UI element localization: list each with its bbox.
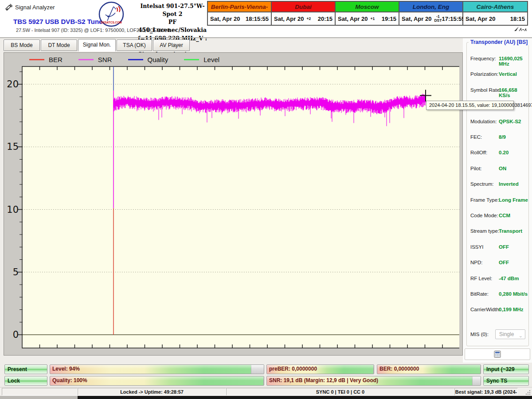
ber-gauge: BER: 0,0000000 (377, 364, 481, 374)
clock-time: 18:15:55 (246, 16, 269, 22)
transponder-row-label: Modulation: (470, 119, 497, 124)
transponder-row-label: FEC: (470, 134, 482, 140)
transponder-row-value: 0,199 MHz (499, 307, 524, 312)
transponder-row-label: Symbol Rate: (470, 87, 501, 93)
transponder-row-label: CarrierWidth: (470, 307, 501, 312)
transponder-groupbox: MIS (0): Single ⌄ Frequency:11690,025 MH… (466, 42, 529, 346)
tab-dt-mode[interactable]: DT Mode (41, 39, 77, 51)
mis-label: MIS (0): (470, 332, 489, 337)
transponder-row-label: NPD: (470, 260, 482, 265)
clock-time: 19:15 (382, 16, 396, 22)
stream-analyzer-button[interactable] (465, 348, 530, 360)
clock-date: Sat, Apr 20 (466, 16, 495, 22)
calculator-icon (493, 350, 501, 358)
logo-text: DXSATCS.COM (101, 21, 122, 24)
clock-name: London, Eng (399, 2, 462, 12)
statusbar-uptime: Locked -> Uptime: 49:28:57 (78, 388, 226, 395)
app-icon (4, 3, 13, 12)
transponder-row-label: Pilot: (470, 166, 482, 171)
signal-chart[interactable]: 05101520 (6, 62, 459, 352)
info-line-1: Intelsat 901-27.5°W-Spot 2 (137, 2, 207, 18)
transponder-row-value: 166,658 KS/s (499, 87, 528, 98)
clock-time: 18:15 (510, 16, 525, 22)
transponder-row-value: 0.20 (499, 150, 509, 155)
tab-signal-mon[interactable]: Signal Mon. (78, 39, 116, 51)
transponder-row-value: CCM (499, 213, 510, 218)
clock-utc-offset: +2 (306, 17, 311, 21)
transponder-row-value: -47 dBm (499, 276, 519, 281)
info-line-2: PF 450_Lucenec/Slovakia (137, 18, 207, 34)
mis-value: Single (499, 331, 514, 337)
clock-name: Moscow (336, 2, 399, 12)
mis-dropdown[interactable]: Single ⌄ (495, 329, 525, 339)
transponder-row-label: BitRate: (470, 291, 489, 297)
ber-line-swatch (29, 59, 44, 60)
gauge-remainder (472, 376, 481, 385)
clock-date: Sat, Apr 20 (338, 16, 368, 22)
chevron-down-icon: ⌄ (519, 331, 523, 340)
transponder-row-label: Polarization: (470, 71, 498, 77)
window-title: Signal Analyzer (15, 4, 55, 11)
level-line-swatch (184, 59, 199, 60)
clock-date: Sat, Apr 20 (274, 16, 304, 22)
transponder-row-label: Code Mode: (470, 213, 498, 218)
bottom-edge-left (0, 396, 78, 399)
quality-gauge-label: Quality: 100% (52, 377, 87, 383)
transponder-row-value: OFF (499, 260, 509, 265)
transponder-row-label: Stream type: (470, 228, 499, 234)
svg-text:0: 0 (13, 329, 19, 340)
input-indicator: Input (~329 Kbps) (483, 364, 529, 374)
header-divider (0, 37, 532, 38)
transponder-row-value: Long Frame (499, 197, 528, 203)
clock-dubai: Dubai Sat, Apr 20 +2 20:15 (272, 2, 336, 25)
statusbar-best-signal: Best signal: 19,3 dB (2024-04-18 18:58) (454, 388, 518, 395)
dxsatcs-logo: DXSATCS.COM (98, 1, 124, 27)
gauge-remainder (373, 365, 374, 374)
svg-text:15: 15 (7, 141, 19, 152)
sync-ts-indicator: Sync TS (483, 376, 529, 386)
world-clocks: Berlin-Paris-Vienna-Roma Sat, Apr 20 18:… (207, 1, 528, 26)
clock-time: 20:15 (318, 16, 332, 22)
quality-line-swatch (128, 59, 143, 60)
tab-tsa[interactable]: TSA (OK) (117, 39, 152, 51)
clock-name: Berlin-Paris-Vienna-Roma (208, 2, 271, 12)
transponder-row-value: 8/9 (499, 134, 506, 140)
clock-name: Dubai (272, 2, 335, 12)
statusbar-counters: SYNC 0 | TEI 0 | CC 0 (226, 388, 454, 395)
transponder-row-value: Transport (499, 228, 522, 234)
gauge-remainder (480, 365, 481, 374)
clock-berlin: Berlin-Paris-Vienna-Roma Sat, Apr 20 18:… (208, 2, 272, 25)
transponder-row-value: Inverted (499, 181, 519, 187)
tuner-name: TBS 5927 USB DVB-S2 Tuner (13, 18, 105, 25)
signature-icon (513, 26, 527, 33)
transponder-row-label: ISSYI (470, 244, 483, 250)
quality-gauge: Quality: 100% (50, 376, 264, 386)
clock-cairo: Cairo-Athens Sat, Apr 20 18:15 (463, 2, 527, 25)
transponder-row-label: Frame Type: (470, 197, 499, 203)
svg-text:10: 10 (7, 204, 19, 215)
preber-gauge: preBER: 0,0000000 (266, 364, 374, 374)
resize-grip[interactable] (525, 389, 531, 395)
snr-gauge-label: SNR: 19,1 dB (Margin: 12,9 dB | Very Goo… (269, 377, 378, 383)
snr-line-swatch (78, 59, 94, 60)
transponder-title: Transponder (AU) [BS] (469, 39, 529, 45)
transponder-row-value: Vertical (499, 71, 517, 77)
statusbar-blank (2, 388, 78, 395)
transponder-row-value: OFF (499, 244, 509, 250)
tab-bs-mode[interactable]: BS Mode (4, 39, 40, 51)
transponder-row-label: Spectrum: (470, 181, 493, 187)
transponder-row-label: RollOff: (470, 150, 487, 155)
preber-gauge-label: preBER: 0,0000000 (269, 366, 317, 372)
gauge-remainder (263, 376, 264, 385)
level-gauge: Level: 94% (50, 364, 264, 374)
transponder-row-label: RF Level: (470, 276, 492, 281)
svg-text:5: 5 (13, 267, 19, 278)
level-gauge-label: Level: 94% (52, 366, 80, 372)
clock-moscow: Moscow Sat, Apr 20 +1 19:15 (336, 2, 399, 25)
clock-london: London, Eng Sat, Apr 20 -1 DST 17:15:55 (399, 2, 463, 25)
transponder-row-label: Frequency: (470, 56, 496, 61)
tab-av-player[interactable]: AV Player (153, 39, 190, 51)
clock-name: Cairo-Athens (463, 2, 527, 12)
clock-date: Sat, Apr 20 (210, 16, 240, 22)
transponder-row-value: 0,280 Mbit/s (499, 291, 528, 297)
